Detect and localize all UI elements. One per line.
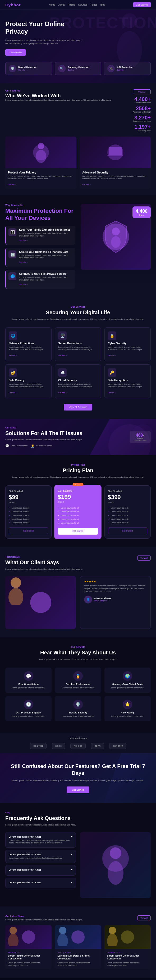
pricing-features-popular: Lorem ipsum dolor sit Lorem ipsum dolor … (58, 506, 98, 524)
service-card-network[interactable]: 🌐 Network Protections Lorem ipsum dolor … (5, 328, 51, 361)
svg-point-19 (107, 934, 117, 946)
partner-card-0[interactable]: Protect Your Privacy Lorem ipsum dolor s… (5, 137, 76, 189)
service-card-cloud[interactable]: ☁️ Cloud Security Lorem ipsum dolor sit … (55, 364, 101, 398)
testimonial-author-info: Alexa Anderson UI/UX Designer (94, 597, 112, 601)
pricing-btn-enterprise[interactable]: Get Started (108, 528, 147, 534)
news-view-all-button[interactable]: View All (137, 915, 151, 920)
partner-card-desc-0: Lorem ipsum dolor sit amet consectetur. … (8, 175, 74, 180)
support-icon: 🕐 (24, 700, 33, 709)
faq-grid: Lorem Ipsum Dolor Sit Amet ▾ Lorem ipsum… (5, 832, 151, 898)
stats-text: Our Stats Solutions For All The IT Issue… (5, 426, 124, 448)
news-img-glow-2 (121, 931, 134, 943)
news-body-1: January 9, 2025 Lorem Ipsum Dolor Sit Am… (55, 949, 101, 969)
news-img-glow-1 (71, 931, 85, 943)
view-all-button[interactable]: View All (133, 89, 151, 94)
news-img-0 (5, 925, 51, 949)
partner-card-body-1: Advanced Security Lorem ipsum dolor sit … (80, 168, 151, 189)
cloud-link[interactable]: Get Info → (58, 392, 67, 394)
news-card-0[interactable]: January 9, 2025 Lorem Ipsum Dolor Sit Am… (5, 925, 51, 969)
stat-efficiency: 1,197+ Efficiency Rate (133, 124, 151, 131)
chevron-down-icon-3: ▾ (71, 881, 72, 884)
server-link[interactable]: Get Info → (58, 355, 67, 356)
testimonial-view-all-button[interactable]: View All (137, 555, 151, 560)
pricing-section: Pricing Plan Pricing Plan Lorem ipsum do… (0, 455, 156, 547)
hero-cta-button[interactable]: Learn More (5, 49, 26, 56)
news-card-1[interactable]: January 9, 2025 Lorem Ipsum Dolor Sit Am… (55, 925, 101, 969)
get-info-link-1[interactable]: Get Info → (82, 184, 91, 186)
service-card-privacy[interactable]: 🔐 Data Privacy Lorem ipsum dolor sit ame… (5, 364, 51, 398)
cyber-link[interactable]: Get Info → (108, 355, 117, 356)
why-left: Why Choose Us Maximum Protection For All… (5, 204, 76, 289)
nav-logo[interactable]: Cybbor (5, 3, 21, 7)
svg-point-18 (109, 927, 116, 934)
pricing-label: Pricing Plan (5, 463, 151, 466)
news-img-glow-0 (22, 931, 35, 943)
benefits-section: Our Benefits Hear What They Say About Us… (0, 637, 156, 733)
cta-title: Still Confused About Our Features? Get A… (5, 763, 151, 776)
service-card-server[interactable]: 🖥️ Server Protections Lorem ipsum dolor … (55, 328, 101, 361)
nav-link-about[interactable]: About (58, 3, 65, 6)
partner-card-img-0 (5, 137, 76, 168)
service-card-encryption[interactable]: 🔑 Data Encryption Lorem ipsum dolor sit … (105, 364, 151, 398)
nav-link-pricing[interactable]: Pricing (68, 3, 75, 6)
faq-title: Frequently Ask Questions (5, 815, 151, 821)
nav-link-services[interactable]: Services (78, 3, 87, 6)
testimonial-title: What Our Client Says (5, 559, 83, 566)
get-info-link-0[interactable]: Get Info → (8, 184, 17, 186)
encryption-link[interactable]: Get Info → (108, 392, 117, 394)
view-all-services-button[interactable]: View All Services (64, 404, 92, 410)
service-card-cyber[interactable]: 🔒 Cyber Security Lorem ipsum dolor sit a… (105, 328, 151, 361)
business-link[interactable]: Get Info → (19, 261, 28, 263)
certifications-section: Our Certifications ISO 27001 SOC 2 PCI D… (0, 733, 156, 753)
pricing-title: Pricing Plan (5, 467, 151, 474)
nav-link-home[interactable]: Home (49, 3, 55, 6)
pricing-btn-popular[interactable]: Get Started (58, 528, 98, 535)
pricing-btn-basic[interactable]: Get Started (9, 528, 48, 534)
privacy-link[interactable]: Get Info → (9, 392, 18, 394)
cert-logos: ISO 27001 SOC 2 PCI DSS GDPR CSA STAR (5, 743, 151, 749)
why-stat-box: 4,400 Clients (132, 207, 151, 218)
services-section: Our Services Securing Your Digital Life … (0, 297, 156, 419)
news-card-2[interactable]: January 9, 2025 Lorem Ipsum Dolor Sit Am… (105, 925, 151, 969)
faq-left: Lorem Ipsum Dolor Sit Amet ▾ Lorem ipsum… (5, 832, 76, 888)
purple-glow-icon-1 (107, 145, 123, 160)
testimonial-author: 👤 Alexa Anderson UI/UX Designer (84, 596, 147, 603)
pricing-description: Lorem ipsum dolor sit amet consectetur. … (5, 476, 151, 479)
rating-icon: ⭐ (123, 700, 132, 709)
pricing-card-basic: Get Started $99 /Month Lorem ipsum dolor… (5, 485, 51, 539)
partner-card-body-0: Protect Your Privacy Lorem ipsum dolor s… (5, 168, 76, 189)
nav-link-pages[interactable]: Pages (90, 3, 97, 6)
family-link[interactable]: Get Info → (19, 239, 28, 241)
faq-item-2[interactable]: Lorem Ipsum Dolor Sit Amet ▾ (5, 865, 76, 876)
servers-link[interactable]: Get Info → (19, 283, 28, 285)
cloud-icon: ☁️ (58, 368, 67, 377)
svg-point-15 (8, 934, 19, 946)
hero-card-anomaly-text: Anomaly Detection Get Info → (68, 66, 89, 71)
cta-button[interactable]: Get Started (67, 786, 89, 793)
partner-card-1[interactable]: Advanced Security Lorem ipsum dolor sit … (80, 137, 151, 189)
faq-item-1[interactable]: Lorem Ipsum Dolor Sit Amet ▾ Lorem ipsum… (5, 850, 76, 863)
stat-clients: 4,400+ Clients in the world (133, 97, 151, 103)
cta-section: Still Confused About Our Features? Get A… (0, 753, 156, 803)
testimonial-description: Lorem ipsum dolor sit amet consectetur. … (5, 568, 83, 571)
partner-card-img-1 (80, 137, 151, 168)
benefits-title: Hear What They Say About Us (5, 649, 151, 656)
nav-link-blog[interactable]: Blog (100, 3, 105, 6)
news-grid: January 9, 2025 Lorem Ipsum Dolor Sit Am… (5, 925, 151, 969)
hero-card-neural[interactable]: 🛡️ Neural Detection Get Info → (5, 62, 52, 75)
svg-point-14 (10, 927, 17, 934)
stat-tech: 2508+ Advanced technology (133, 106, 151, 113)
news-person-icon-2 (105, 925, 120, 946)
hero-card-anomaly[interactable]: 🔍 Anomaly Detection Get Info → (55, 62, 101, 75)
network-link[interactable]: Get Info → (9, 355, 18, 356)
testimonial-section: Testimonials What Our Client Says Lorem … (0, 547, 156, 638)
faq-item-0[interactable]: Lorem Ipsum Dolor Sit Amet ▾ Lorem ipsum… (5, 832, 76, 848)
news-header-text: Our Latest News Lorem ipsum dolor sit am… (5, 915, 83, 921)
svg-point-17 (57, 934, 68, 946)
nav-cta-button[interactable]: Get Started (133, 2, 151, 7)
pricing-features-basic: Lorem ipsum dolor sit Lorem ipsum dolor … (9, 507, 48, 524)
pricing-card-popular: Popular Get Started $199 /Month Lorem ip… (55, 485, 102, 539)
testimonial-quote: Lorem ipsum dolor sit amet consectetur. … (84, 584, 147, 593)
why-grid: Why Choose Us Maximum Protection For All… (5, 204, 151, 289)
faq-item-3[interactable]: Lorem Ipsum Dolor Sit Amet ▾ (5, 878, 76, 888)
